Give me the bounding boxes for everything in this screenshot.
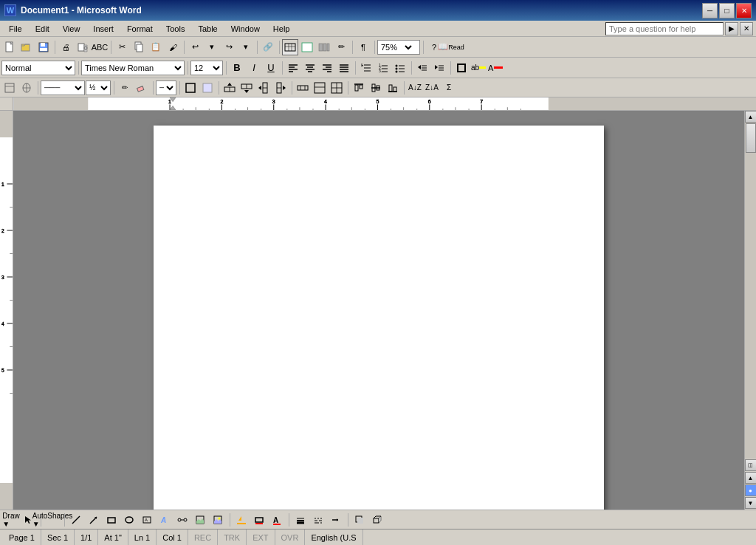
italic-button[interactable]: I xyxy=(246,60,262,76)
insert-cols-right-button[interactable] xyxy=(272,80,289,95)
scroll-zoom-page-button[interactable]: ◫ xyxy=(745,459,757,471)
scroll-select-button[interactable]: ● xyxy=(745,484,757,496)
oval-tool-button[interactable] xyxy=(121,513,137,527)
columns-button[interactable] xyxy=(316,39,332,55)
format-painter-button[interactable]: 🖌 xyxy=(165,39,181,55)
rect-tool-button[interactable] xyxy=(103,513,120,527)
autoshapes-button[interactable]: AutoShapes ▼ xyxy=(44,513,61,527)
increase-indent-button[interactable] xyxy=(431,60,447,76)
shadow-btn[interactable] xyxy=(351,513,368,527)
menu-file[interactable]: File xyxy=(3,21,28,36)
highlight-button[interactable]: ab xyxy=(470,60,487,76)
normal-view-button[interactable] xyxy=(1,80,18,95)
line-tool-button[interactable] xyxy=(68,513,84,527)
wordart-button[interactable]: A xyxy=(157,513,173,527)
insert-rows-below-button[interactable] xyxy=(238,80,255,95)
menu-window[interactable]: Window xyxy=(225,21,266,36)
menu-help[interactable]: Help xyxy=(267,21,296,36)
bold-button[interactable]: B xyxy=(229,60,245,76)
arrow-style-btn[interactable] xyxy=(328,513,344,527)
draw-menu-button[interactable]: Draw ▼ xyxy=(3,513,19,527)
justify-button[interactable] xyxy=(336,60,352,76)
cut-button[interactable]: ✂ xyxy=(114,39,130,55)
zoom-dropdown[interactable]: 75% 50% 100% 125% 150% xyxy=(377,40,420,55)
redo-button[interactable]: ↪ xyxy=(221,39,237,55)
align-right-button[interactable] xyxy=(319,60,335,76)
font-select[interactable]: Times New Roman Arial Calibri xyxy=(82,61,184,75)
menu-view[interactable]: View xyxy=(57,21,86,36)
outside-border-button[interactable] xyxy=(453,60,470,76)
size-dropdown[interactable]: 12 891011 14161820 xyxy=(190,61,223,75)
numbering-button[interactable]: 1.2.3. xyxy=(375,60,391,76)
redo-dropdown[interactable]: ▾ xyxy=(238,39,254,55)
font-color-btn2[interactable]: A xyxy=(269,513,285,527)
new-button[interactable] xyxy=(1,39,18,55)
decrease-indent-button[interactable] xyxy=(414,60,430,76)
diagram-button[interactable] xyxy=(174,513,190,527)
size-select[interactable]: 12 891011 14161820 xyxy=(191,61,222,75)
underline-button[interactable]: U xyxy=(263,60,279,76)
split-cells-button[interactable] xyxy=(329,80,345,95)
clipart-button[interactable] xyxy=(192,513,208,527)
arrow-tool-button[interactable] xyxy=(86,513,102,527)
fraction-select[interactable]: ½ ¼ ¾ xyxy=(86,81,110,95)
align-left-button[interactable] xyxy=(285,60,301,76)
document-content[interactable] xyxy=(154,126,604,510)
align-top-button[interactable] xyxy=(351,80,367,95)
fill-color-button[interactable] xyxy=(233,513,250,527)
line-style-dropdown[interactable]: ─── - - - ···· xyxy=(41,80,85,95)
undo-dropdown[interactable]: ▾ xyxy=(204,39,220,55)
scroll-track[interactable] xyxy=(745,123,757,459)
table-eraser-button[interactable] xyxy=(134,80,150,95)
spell-check-button[interactable]: ABC xyxy=(92,39,108,55)
menu-format[interactable]: Format xyxy=(121,21,159,36)
bullets-button[interactable] xyxy=(392,60,408,76)
merge-cells-button[interactable] xyxy=(312,80,328,95)
help-search-button[interactable]: ▶ xyxy=(725,22,738,35)
style-select[interactable]: Normal Heading 1 Heading 2 xyxy=(2,61,75,75)
save-button[interactable] xyxy=(35,39,52,55)
vertical-scrollbar[interactable]: ▲ ◫ ▲ ● ▼ xyxy=(744,111,756,510)
drawing-button[interactable]: ✏ xyxy=(333,39,349,55)
line-color-button[interactable] xyxy=(251,513,267,527)
hyperlink-button[interactable]: 🔗 xyxy=(260,39,276,55)
open-button[interactable] xyxy=(18,39,35,55)
delete-rows-button[interactable] xyxy=(295,80,311,95)
menu-table[interactable]: Table xyxy=(192,21,223,36)
align-middle-button[interactable] xyxy=(368,80,384,95)
copy-button[interactable] xyxy=(131,39,147,55)
scroll-up-button[interactable]: ▲ xyxy=(745,111,757,123)
menu-insert[interactable]: Insert xyxy=(87,21,120,36)
insert-rows-above-button[interactable] xyxy=(221,80,238,95)
print-preview-button[interactable] xyxy=(75,39,91,55)
read-button[interactable]: 📖 Read xyxy=(443,39,459,55)
scroll-prev-page-button[interactable]: ▲ xyxy=(745,472,757,484)
line-style-btn[interactable] xyxy=(292,513,309,527)
scroll-next-page-button[interactable]: ▼ xyxy=(745,497,757,509)
paragraph-marks-button[interactable]: ¶ xyxy=(355,39,371,55)
align-center-button[interactable] xyxy=(302,60,318,76)
border-style-button[interactable] xyxy=(182,80,199,95)
shading-button[interactable] xyxy=(199,80,216,95)
sort-desc-button[interactable]: Z↓A xyxy=(424,80,440,95)
menu-edit[interactable]: Edit xyxy=(30,21,55,36)
help-input[interactable] xyxy=(605,22,724,35)
zoom-select[interactable]: 75% 50% 100% 125% 150% xyxy=(378,41,414,54)
font-color-button[interactable]: A xyxy=(487,60,504,76)
menu-tools[interactable]: Tools xyxy=(160,21,191,36)
close-button[interactable]: ✕ xyxy=(736,3,752,18)
line-spacing-button[interactable] xyxy=(358,60,374,76)
text-box-button[interactable]: A xyxy=(139,513,155,527)
document-page[interactable] xyxy=(154,126,604,510)
table-draw-button[interactable]: ✏ xyxy=(117,80,133,95)
line-style-select[interactable]: ─── - - - ···· xyxy=(41,81,84,95)
help-close-button[interactable]: ✕ xyxy=(740,22,753,35)
print-button[interactable]: 🖨 xyxy=(58,39,74,55)
align-bottom-button[interactable] xyxy=(385,80,401,95)
autosum-button[interactable]: Σ xyxy=(441,80,457,95)
border-color-dropdown[interactable]: ─ xyxy=(156,80,176,95)
excel-button[interactable] xyxy=(299,39,315,55)
fraction-dropdown[interactable]: ½ ¼ ¾ xyxy=(86,80,111,95)
sort-asc-button[interactable]: A↓Z xyxy=(407,80,423,95)
style-dropdown[interactable]: Normal Heading 1 Heading 2 xyxy=(1,61,75,75)
